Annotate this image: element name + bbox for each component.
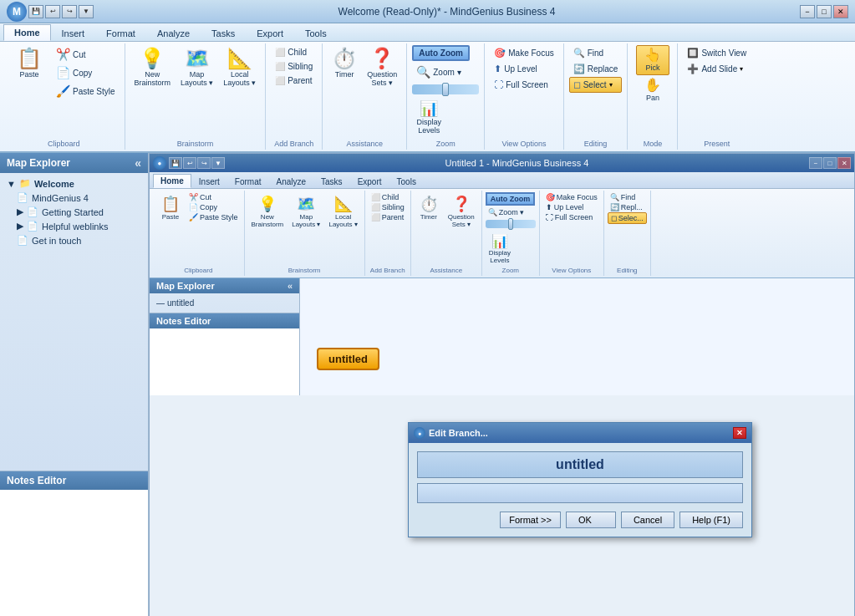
dialog-cancel-button[interactable]: Cancel — [621, 512, 674, 528]
dialog-ok-button[interactable]: OK — [566, 512, 616, 528]
dialog-title-text: Edit Branch... — [429, 428, 488, 438]
dialog-title-left: ● Edit Branch... — [414, 427, 488, 439]
dialog-format-button[interactable]: Format >> — [500, 512, 561, 528]
dialog-content: untitled Format >> OK Cancel Help (F1) — [409, 443, 751, 537]
dialog-help-button[interactable]: Help (F1) — [679, 512, 743, 528]
dialog-icon: ● — [414, 427, 425, 439]
dialog-title-bar: ● Edit Branch... ✕ — [409, 423, 751, 443]
dialog-overlay: ● Edit Branch... ✕ untitled Format >> OK… — [0, 0, 855, 616]
dialog-buttons: Format >> OK Cancel Help (F1) — [417, 512, 743, 528]
dialog-input-area[interactable] — [417, 483, 743, 503]
edit-branch-dialog: ● Edit Branch... ✕ untitled Format >> OK… — [408, 422, 752, 537]
dialog-text-display: untitled — [417, 451, 743, 478]
dialog-close-button[interactable]: ✕ — [733, 427, 746, 439]
